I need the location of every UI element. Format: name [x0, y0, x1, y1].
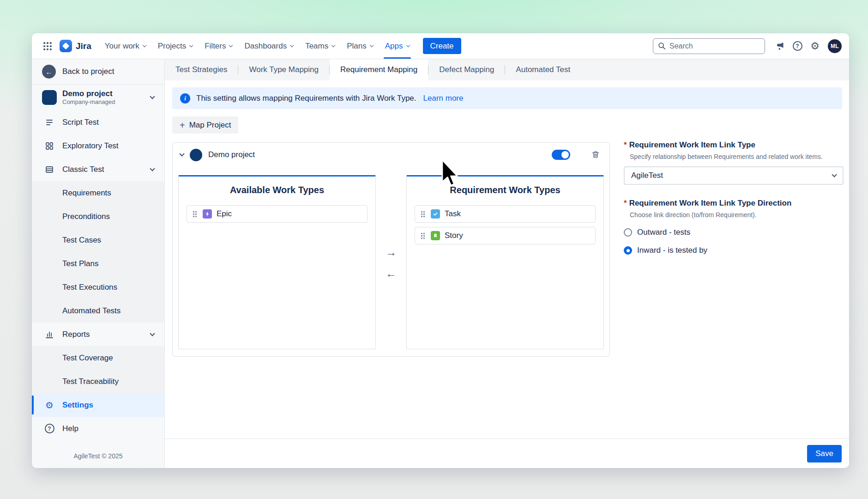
- enable-mapping-toggle[interactable]: [552, 150, 570, 160]
- direction-help: Choose link direction (to/from Requireme…: [630, 211, 844, 219]
- reports-icon: [44, 330, 55, 339]
- panel-header: Demo project: [173, 143, 609, 167]
- user-avatar[interactable]: ML: [828, 39, 842, 53]
- sidebar-item-automated-tests[interactable]: Automated Tests: [32, 299, 164, 323]
- back-to-project[interactable]: Back to project: [32, 59, 164, 84]
- save-button[interactable]: Save: [807, 445, 842, 462]
- search-input[interactable]: [669, 42, 760, 50]
- info-banner: This setting allows mapping Requirements…: [172, 87, 842, 109]
- work-type-story[interactable]: Story: [415, 227, 596, 244]
- sidebar-item-reports[interactable]: Reports: [32, 323, 164, 346]
- info-icon: [180, 93, 190, 103]
- sidebar-item-script-test[interactable]: Script Test: [32, 110, 164, 134]
- task-icon: [431, 209, 440, 219]
- tab-defect-mapping[interactable]: Defect Mapping: [428, 59, 505, 80]
- radio-inward-is-tested-by[interactable]: Inward - is tested by: [624, 243, 844, 257]
- work-type-epic[interactable]: Epic: [187, 205, 368, 223]
- nav-label: Plans: [347, 42, 367, 51]
- select-value: AgileTest: [631, 171, 663, 180]
- app-switcher-icon[interactable]: [39, 38, 56, 55]
- chevron-down-icon: [189, 43, 193, 47]
- chevron-down-icon: [143, 43, 146, 47]
- delete-mapping-icon[interactable]: [589, 148, 602, 161]
- move-left-button[interactable]: [384, 267, 398, 280]
- drag-handle-icon[interactable]: [421, 211, 425, 217]
- tab-automated-test[interactable]: Automated Test: [505, 59, 581, 80]
- move-right-button[interactable]: [384, 245, 398, 259]
- settings-tabs: Test Strategies Work Type Mapping Requir…: [165, 59, 849, 80]
- drag-handle-icon[interactable]: [421, 232, 425, 239]
- question-mark-icon: [793, 41, 802, 51]
- sidebar-item-test-executions[interactable]: Test Executions: [32, 275, 164, 299]
- sidebar-item-test-traceability[interactable]: Test Traceability: [32, 370, 164, 393]
- available-work-types-card: Available Work Types Epic: [178, 175, 376, 349]
- nav-label: Dashboards: [244, 42, 287, 51]
- story-icon: [431, 231, 440, 240]
- chevron-down-icon: [370, 43, 374, 47]
- radio-unselected-icon: [624, 228, 632, 237]
- nav-item-filters[interactable]: Filters: [199, 33, 238, 59]
- settings-footer: Save: [165, 438, 849, 468]
- sidebar-item-settings[interactable]: Settings: [32, 393, 164, 417]
- radio-outward-tests[interactable]: Outward - tests: [624, 225, 844, 239]
- settings-gear-icon[interactable]: [807, 38, 823, 55]
- announcements-icon[interactable]: [772, 38, 788, 55]
- chevron-down-icon: [150, 166, 155, 171]
- sidebar-item-test-coverage[interactable]: Test Coverage: [32, 346, 164, 370]
- sidebar: Back to project Demo project Company-man…: [32, 59, 165, 468]
- card-title: Available Work Types: [179, 185, 375, 195]
- nav-item-apps[interactable]: Apps: [379, 33, 416, 59]
- sidebar-item-test-plans[interactable]: Test Plans: [32, 252, 164, 275]
- project-avatar: [190, 149, 202, 161]
- map-project-button[interactable]: Map Project: [172, 116, 238, 134]
- tab-test-strategies[interactable]: Test Strategies: [165, 59, 238, 80]
- epic-icon: [203, 209, 212, 219]
- banner-text: This setting allows mapping Requirements…: [196, 94, 416, 103]
- required-mark: *: [624, 140, 627, 150]
- settings-gear-icon: [44, 401, 55, 410]
- classic-test-icon: [44, 165, 55, 174]
- project-mapping-panel: Demo project Available Work Types: [172, 142, 610, 357]
- nav-item-your-work[interactable]: Your work: [99, 33, 152, 59]
- nav-item-projects[interactable]: Projects: [152, 33, 199, 59]
- collapse-chevron-icon[interactable]: [179, 151, 184, 156]
- sidebar-item-exploratory-test[interactable]: Exploratory Test: [32, 134, 164, 158]
- project-switcher[interactable]: Demo project Company-managed: [32, 85, 164, 110]
- chevron-down-icon: [406, 43, 410, 47]
- requirement-work-types-card: Requirement Work Types Task Story: [406, 175, 604, 349]
- jira-logo-text: Jira: [76, 41, 91, 51]
- search-icon: [658, 42, 666, 50]
- tab-requirement-mapping[interactable]: Requirement Mapping: [330, 59, 428, 80]
- tab-content: This setting allows mapping Requirements…: [165, 80, 849, 438]
- tab-work-type-mapping[interactable]: Work Type Mapping: [238, 59, 329, 80]
- nav-label: Teams: [305, 42, 328, 51]
- link-type-select[interactable]: AgileTest: [624, 166, 844, 185]
- link-type-settings: * Requirement Work Item Link Type Specif…: [624, 140, 844, 257]
- sidebar-item-test-cases[interactable]: Test Cases: [32, 228, 164, 252]
- work-type-task[interactable]: Task: [415, 205, 596, 223]
- sidebar-item-classic-test[interactable]: Classic Test: [32, 158, 164, 181]
- sidebar-item-help[interactable]: Help: [32, 417, 164, 440]
- exploratory-test-icon: [44, 141, 55, 151]
- drag-handle-icon[interactable]: [193, 211, 197, 217]
- sidebar-item-requirements[interactable]: Requirements: [32, 181, 164, 205]
- plus-icon: [180, 121, 185, 130]
- link-type-label: * Requirement Work Item Link Type: [624, 140, 844, 150]
- help-icon: [44, 424, 55, 433]
- nav-item-dashboards[interactable]: Dashboards: [238, 33, 299, 59]
- sidebar-item-preconditions[interactable]: Preconditions: [32, 205, 164, 228]
- jira-logo[interactable]: Jira: [60, 40, 91, 52]
- link-type-help: Specify relationship between Requirement…: [630, 153, 844, 160]
- learn-more-link[interactable]: Learn more: [423, 94, 464, 103]
- search-box[interactable]: [653, 38, 765, 54]
- help-icon[interactable]: [789, 38, 806, 55]
- jira-logo-icon: [60, 40, 72, 52]
- create-button[interactable]: Create: [423, 38, 461, 54]
- chevron-down-icon: [150, 94, 155, 99]
- nav-item-teams[interactable]: Teams: [299, 33, 341, 59]
- radio-selected-icon: [624, 246, 632, 255]
- nav-item-plans[interactable]: Plans: [341, 33, 379, 59]
- project-type: Company-managed: [62, 99, 145, 106]
- reports-subitems: Test Coverage Test Traceability: [32, 346, 164, 393]
- card-title: Requirement Work Types: [407, 185, 603, 195]
